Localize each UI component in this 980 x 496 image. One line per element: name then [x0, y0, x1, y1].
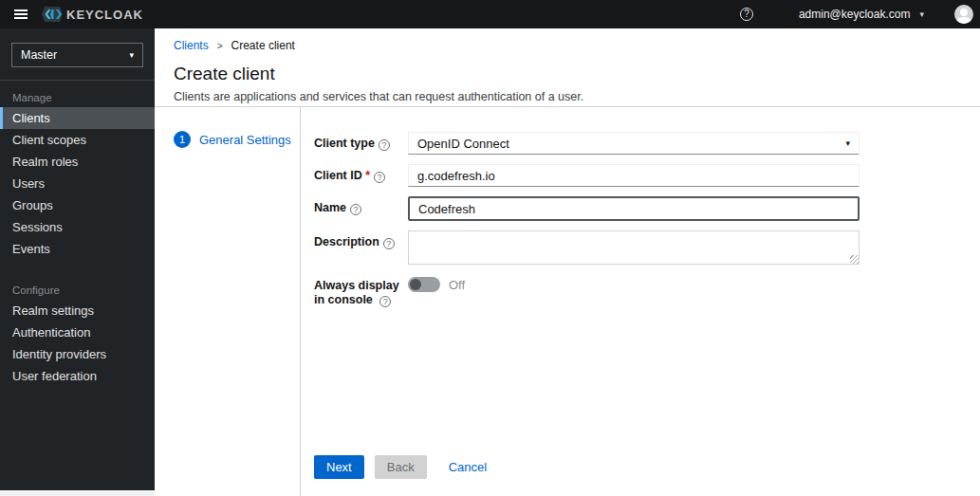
wizard-step-general-settings[interactable]: 1 General Settings	[174, 131, 300, 148]
back-button[interactable]: Back	[375, 455, 427, 479]
sidebar-item-events[interactable]: Events	[0, 238, 155, 260]
page-header: Clients > Create client Create client Cl…	[155, 28, 980, 103]
avatar[interactable]	[954, 5, 973, 24]
name-row: Name?	[314, 196, 980, 221]
step-number-badge: 1	[174, 131, 191, 148]
sidebar-item-identity-providers[interactable]: Identity providers	[0, 343, 155, 365]
resize-handle[interactable]	[850, 255, 859, 264]
page-title: Create client	[174, 64, 980, 84]
chevron-down-icon: ▾	[845, 138, 850, 148]
client-type-row: Client type? OpenID Connect ▾	[314, 132, 980, 155]
always-display-toggle[interactable]	[408, 277, 440, 292]
client-type-label: Client type?	[314, 132, 408, 155]
keycloak-logo[interactable]: KEYCLOAK	[42, 7, 143, 22]
help-icon[interactable]: ?	[350, 204, 361, 215]
toggle-knob	[410, 279, 421, 290]
breadcrumb-clients-link[interactable]: Clients	[174, 39, 209, 52]
description-textarea[interactable]	[408, 230, 860, 265]
description-label: Description?	[314, 230, 408, 265]
help-icon[interactable]: ?	[379, 296, 391, 307]
sidebar-item-groups[interactable]: Groups	[0, 194, 155, 216]
name-label: Name?	[314, 196, 408, 221]
help-icon[interactable]: ?	[374, 172, 385, 183]
client-id-input[interactable]	[408, 164, 860, 187]
general-settings-form: Client type? OpenID Connect ▾ Client ID …	[301, 107, 980, 496]
wizard-nav: 1 General Settings	[155, 107, 301, 496]
chevron-down-icon: ▾	[919, 9, 924, 19]
client-id-row: Client ID *?	[314, 164, 980, 187]
description-row: Description?	[314, 230, 980, 265]
create-client-wizard: 1 General Settings Client type? OpenID C…	[155, 107, 980, 496]
main-content: Clients > Create client Create client Cl…	[155, 28, 980, 496]
always-display-row: Always display in console ? Off	[314, 274, 980, 307]
keycloak-logo-icon	[42, 7, 63, 22]
help-icon[interactable]: ?	[740, 8, 753, 21]
sidebar-item-realm-settings[interactable]: Realm settings	[0, 300, 155, 321]
sidebar-item-users[interactable]: Users	[0, 173, 155, 194]
client-id-label: Client ID *?	[314, 164, 408, 187]
sidebar-item-client-scopes[interactable]: Client scopes	[0, 129, 155, 151]
help-icon[interactable]: ?	[379, 139, 390, 151]
masthead: KEYCLOAK ? admin@keycloak.com ▾	[0, 0, 980, 28]
user-email: admin@keycloak.com	[799, 8, 911, 21]
realm-selector-value: Master	[21, 48, 57, 62]
page-subtitle: Clients are applications and services th…	[174, 90, 980, 103]
user-menu[interactable]: admin@keycloak.com ▾	[799, 8, 924, 21]
help-icon[interactable]: ?	[383, 238, 395, 249]
required-marker: *	[365, 169, 370, 182]
realm-selector[interactable]: Master ▾	[11, 43, 143, 67]
chevron-down-icon: ▾	[129, 50, 134, 60]
toggle-state-label: Off	[449, 278, 465, 292]
breadcrumb-separator-icon: >	[217, 41, 223, 51]
step-label: General Settings	[199, 133, 291, 147]
always-display-label: Always display in console ?	[314, 274, 408, 307]
sidebar: Master ▾ Manage Clients Client scopes Re…	[0, 28, 155, 490]
sidebar-item-realm-roles[interactable]: Realm roles	[0, 151, 155, 173]
sidebar-item-clients[interactable]: Clients	[0, 107, 155, 129]
cancel-button[interactable]: Cancel	[441, 455, 494, 479]
name-input[interactable]	[408, 196, 860, 221]
sidebar-item-authentication[interactable]: Authentication	[0, 321, 155, 343]
keycloak-logo-text: KEYCLOAK	[66, 8, 143, 22]
client-type-value: OpenID Connect	[417, 137, 509, 151]
nav-section-configure: Configure	[0, 273, 155, 300]
breadcrumb: Clients > Create client	[174, 39, 980, 52]
breadcrumb-current: Create client	[231, 39, 295, 52]
client-type-select[interactable]: OpenID Connect ▾	[408, 132, 860, 155]
nav-section-manage: Manage	[0, 81, 155, 107]
sidebar-item-user-federation[interactable]: User federation	[0, 365, 155, 387]
hamburger-menu-icon[interactable]	[14, 8, 28, 21]
sidebar-item-sessions[interactable]: Sessions	[0, 216, 155, 238]
next-button[interactable]: Next	[314, 455, 364, 479]
wizard-action-bar: Next Back Cancel	[314, 455, 494, 479]
sidebar-bottom-strip	[0, 490, 155, 496]
